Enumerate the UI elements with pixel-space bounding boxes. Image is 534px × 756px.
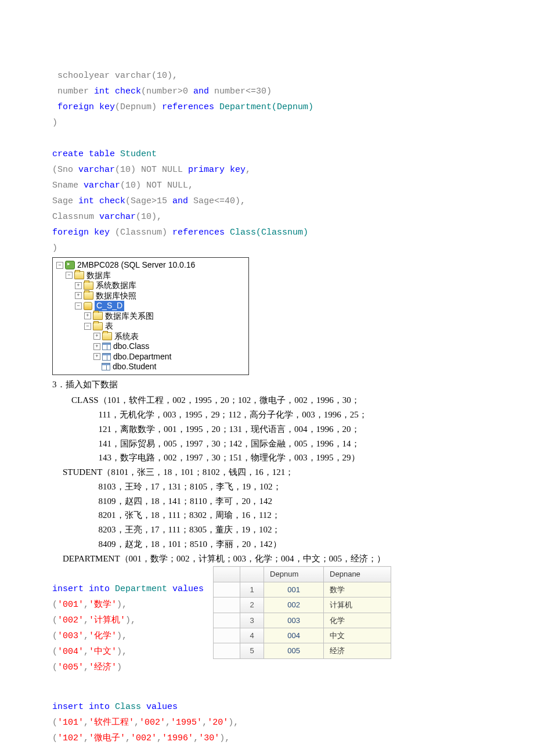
code-line: ) [52, 118, 57, 128]
folder-label: 数据库快照 [96, 291, 136, 301]
grid-rownum-header [240, 567, 264, 582]
folder-icon [84, 291, 93, 300]
collapse-icon[interactable]: − [56, 262, 63, 269]
student-data-line: 8409，赵龙，18，101；8510，李丽，20，142） [99, 537, 482, 552]
expand-icon[interactable]: + [93, 343, 100, 350]
folder-label: 表 [105, 321, 113, 332]
code-line: Classnum varchar(10), [52, 212, 162, 222]
tree-table-department[interactable]: +dbo.Department [56, 352, 245, 362]
row-number: 4 [240, 628, 264, 643]
table-row[interactable]: 2002计算机 [214, 597, 391, 613]
cell-depnum: 001 [264, 582, 324, 597]
table-icon [102, 363, 110, 370]
table-header-row: Depnum Depnane [214, 567, 391, 582]
student-data-line: 8109，赵四，18，141；8110，李可，20，142 [99, 494, 482, 509]
expand-icon[interactable]: + [93, 353, 100, 360]
code-line: (Sno varchar(10) NOT NULL primary key, [52, 165, 251, 175]
cell-depname: 化学 [324, 613, 391, 628]
object-explorer-tree: −2MBPC028 (SQL Server 10.0.16 −数据库 +系统数据… [52, 257, 249, 375]
class-data-line: 141，国际贸易，005，1997，30；142，国际金融，005，1996，1… [99, 437, 482, 451]
code-line: ('102','微电子','002','1996','30'), [52, 733, 230, 743]
table-icon [102, 343, 111, 350]
sql-block-class-tail: schoolyear varchar(10), number int check… [52, 52, 482, 256]
expand-icon[interactable]: + [75, 292, 82, 299]
folder-label: 系统数据库 [96, 280, 136, 291]
folder-icon [93, 312, 103, 320]
table-label: dbo.Class [113, 341, 149, 352]
cell-depnum: 002 [264, 597, 324, 613]
code-line: insert into Department values [52, 584, 204, 594]
code-line: ('001','数学'), [52, 600, 127, 610]
table-row[interactable]: 5005经济 [214, 643, 391, 658]
sql-block-insert-class: insert into Class values ('101','软件工程','… [52, 683, 482, 746]
department-result-grid: Depnum Depnane 1001数学 2002计算机 3003化学 400… [213, 566, 391, 659]
server-label: 2MBPC028 (SQL Server 10.0.16 [77, 260, 195, 271]
cell-depnum: 004 [264, 628, 324, 643]
cell-depname: 中文 [324, 628, 391, 643]
tree-diagram-node[interactable]: +数据库关系图 [56, 311, 245, 322]
code-line: insert into Class values [52, 702, 178, 712]
table-row[interactable]: 3003化学 [214, 613, 391, 628]
expand-icon[interactable]: + [93, 333, 100, 340]
cell-depnum: 003 [264, 613, 324, 628]
folder-label: 数据库 [86, 271, 111, 281]
code-line: Sname varchar(10) NOT NULL, [52, 181, 193, 190]
class-data-line: 143，数字电路，002，1997，30；151，物理化学，003，1995，2… [99, 451, 482, 465]
table-label: dbo.Department [113, 352, 171, 362]
cell-depnum: 005 [264, 643, 324, 658]
tree-table-class[interactable]: +dbo.Class [56, 341, 245, 352]
folder-label: 数据库关系图 [105, 311, 154, 322]
code-line: ('005','经济') [52, 663, 122, 672]
code-line: ('002','计算机'), [52, 615, 136, 625]
cell-depname: 数学 [324, 582, 391, 597]
table-row[interactable]: 4004中文 [214, 628, 391, 643]
row-number: 1 [240, 582, 264, 597]
tree-csd-db-node[interactable]: −C_S_D [56, 301, 245, 311]
code-line: ) [52, 243, 57, 253]
department-data-line: DEPARTMENT（001，数学；002，计算机；003，化学；004，中文；… [63, 552, 482, 566]
cell-depname: 经济 [324, 643, 391, 658]
code-line: schoolyear varchar(10), [52, 71, 178, 81]
table-label: dbo.Student [113, 362, 157, 372]
student-data-line: 8201，张飞，18，111；8302，周瑜，16，112； [99, 508, 482, 523]
code-line: foreign key (Classnum) references Class(… [52, 228, 308, 237]
db-label-selected: C_S_D [95, 301, 124, 311]
row-number: 5 [240, 643, 264, 658]
tree-sysdb-node[interactable]: +系统数据库 [56, 280, 245, 291]
row-number: 2 [240, 597, 264, 613]
tree-table-student[interactable]: dbo.Student [56, 362, 245, 372]
tree-snapshot-node[interactable]: +数据库快照 [56, 291, 245, 301]
tree-tables-node[interactable]: −表 [56, 321, 245, 332]
section-title: 3．插入如下数据 [52, 377, 482, 392]
tree-server-node[interactable]: −2MBPC028 (SQL Server 10.0.16 [56, 260, 245, 271]
folder-icon [93, 322, 103, 330]
student-data-line: 8103，王玲，17，131；8105，李飞，19，102； [99, 480, 482, 494]
cell-depname: 计算机 [324, 597, 391, 613]
code-line: ('003','化学'), [52, 631, 127, 641]
grid-gutter [214, 567, 240, 582]
database-icon [84, 302, 92, 310]
insert-department-row: insert into Department values ('001','数学… [52, 566, 482, 675]
folder-label: 系统表 [114, 332, 139, 342]
tree-systables-node[interactable]: +系统表 [56, 332, 245, 342]
collapse-icon[interactable]: − [75, 303, 82, 309]
col-depname: Depnane [324, 567, 391, 582]
student-data-line: STUDENT（8101，张三，18，101；8102，钱四，16，121； [63, 465, 482, 480]
tree-databases-node[interactable]: −数据库 [56, 271, 245, 281]
server-icon [65, 261, 75, 269]
section-3-insert-data: 3．插入如下数据 CLASS（101，软件工程，002，1995，20；102，… [52, 377, 482, 566]
code-line: number int check(number>0 and number<=30… [52, 87, 272, 96]
table-icon [102, 353, 111, 361]
class-data-line: 111，无机化学，003，1995，29；112，高分子化学，003，1996，… [99, 408, 482, 422]
student-data-line: 8203，王亮，17，111；8305，董庆，19，102； [99, 523, 482, 537]
col-depnum: Depnum [264, 567, 324, 582]
table-row[interactable]: 1001数学 [214, 582, 391, 597]
class-data-line: CLASS（101，软件工程，002，1995，20；102，微电子，002，1… [71, 393, 482, 408]
collapse-icon[interactable]: − [84, 323, 91, 330]
expand-icon[interactable]: + [75, 282, 82, 289]
folder-icon [84, 282, 93, 290]
collapse-icon[interactable]: − [66, 272, 73, 279]
class-data-line: 121，离散数学，001，1995，20；131，现代语言，004，1996，2… [99, 422, 482, 437]
folder-icon [74, 271, 84, 279]
expand-icon[interactable]: + [84, 312, 91, 319]
